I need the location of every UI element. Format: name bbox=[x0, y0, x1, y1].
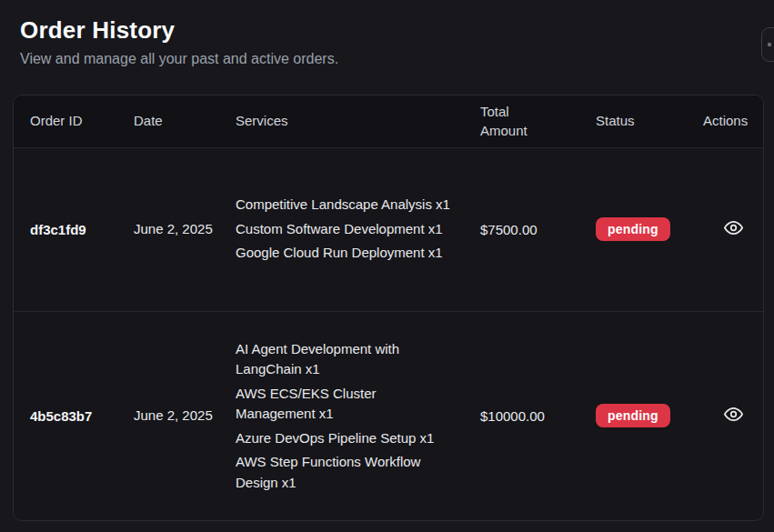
status-badge: pending bbox=[596, 217, 670, 241]
order-date: June 2, 2025 bbox=[134, 311, 236, 520]
order-status-cell: pending bbox=[596, 147, 703, 311]
column-header-order-id: Order ID bbox=[14, 95, 134, 147]
order-row: df3c1fd9 June 2, 2025 Competitive Landsc… bbox=[14, 147, 763, 311]
service-item: AWS ECS/EKS Cluster Management x1 bbox=[236, 384, 457, 425]
service-item: Azure DevOps Pipeline Setup x1 bbox=[236, 428, 457, 449]
view-order-button[interactable] bbox=[724, 218, 743, 237]
service-item: AI Agent Development with LangChain x1 bbox=[236, 339, 457, 380]
service-item: Custom Software Development x1 bbox=[236, 219, 457, 240]
page-title: Order History bbox=[20, 16, 754, 45]
order-actions-cell bbox=[703, 311, 763, 520]
column-header-actions: Actions bbox=[703, 95, 763, 147]
orders-table: Order ID Date Services Total Amount Stat… bbox=[14, 95, 763, 520]
column-header-total-amount: Total Amount bbox=[480, 95, 596, 147]
order-actions-cell bbox=[703, 147, 763, 311]
order-services: AI Agent Development with LangChain x1 A… bbox=[236, 311, 480, 520]
column-header-services: Services bbox=[236, 95, 480, 147]
column-header-date: Date bbox=[134, 95, 236, 147]
orders-table-card: Order ID Date Services Total Amount Stat… bbox=[13, 95, 764, 521]
service-item: Competitive Landscape Analysis x1 bbox=[236, 195, 457, 216]
order-total-amount: $10000.00 bbox=[480, 311, 596, 520]
cutoff-button-icon bbox=[768, 43, 771, 46]
view-order-button[interactable] bbox=[724, 405, 743, 424]
page-subtitle: View and manage all your past and active… bbox=[20, 51, 754, 67]
cutoff-edge-button[interactable] bbox=[761, 27, 774, 62]
order-id: df3c1fd9 bbox=[14, 147, 134, 311]
order-row: 4b5c83b7 June 2, 2025 AI Agent Developme… bbox=[14, 311, 763, 520]
table-header-row: Order ID Date Services Total Amount Stat… bbox=[14, 95, 763, 147]
order-status-cell: pending bbox=[596, 311, 703, 520]
order-services: Competitive Landscape Analysis x1 Custom… bbox=[236, 147, 480, 311]
eye-icon bbox=[724, 405, 743, 424]
status-badge: pending bbox=[596, 404, 670, 427]
service-item: Google Cloud Run Deployment x1 bbox=[236, 243, 457, 264]
order-id: 4b5c83b7 bbox=[14, 311, 134, 520]
eye-icon bbox=[724, 218, 743, 237]
column-header-status: Status bbox=[596, 95, 703, 147]
order-date: June 2, 2025 bbox=[134, 147, 236, 311]
service-item: AWS Step Functions Workflow Design x1 bbox=[236, 452, 457, 493]
order-total-amount: $7500.00 bbox=[480, 147, 596, 311]
page-header: Order History View and manage all your p… bbox=[0, 0, 774, 67]
